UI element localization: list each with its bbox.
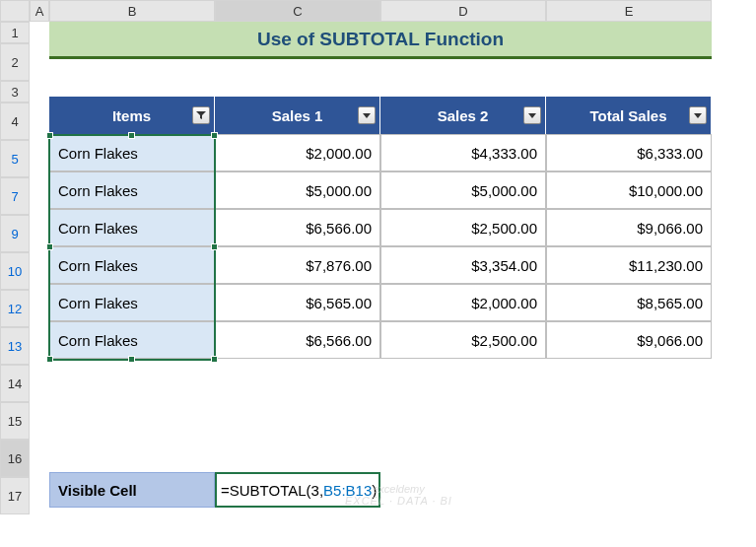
cell-item[interactable]: Corn Flakes [49, 171, 215, 209]
header-items[interactable]: Items [49, 97, 215, 134]
cell-total[interactable]: $10,000.00 [546, 171, 712, 209]
row-header-3[interactable]: 3 [0, 81, 30, 103]
cell-sales2[interactable]: $2,500.00 [380, 321, 546, 359]
header-total-label: Total Sales [589, 107, 666, 124]
col-header-b[interactable]: B [49, 0, 215, 22]
header-items-label: Items [112, 107, 151, 124]
row-header-16[interactable]: 16 [0, 440, 30, 477]
formula-text-post: ) [372, 482, 377, 499]
table-row: Corn Flakes$6,565.00$2,000.00$8,565.00 [49, 284, 712, 321]
header-sales1-label: Sales 1 [272, 107, 323, 124]
cell-sales1[interactable]: $7,876.00 [215, 246, 380, 284]
cell-sales1[interactable]: $5,000.00 [215, 171, 380, 209]
data-table: Items Sales 1 Sales 2 Total Sales [49, 97, 712, 359]
page-title: Use of SUBTOTAL Function [49, 22, 712, 59]
cell-total[interactable]: $6,333.00 [546, 134, 712, 171]
dropdown-icon[interactable] [523, 106, 541, 124]
cell-sales2[interactable]: $5,000.00 [380, 171, 546, 209]
formula-text-pre: =SUBTOTAL(3, [221, 482, 323, 499]
table-row: Corn Flakes$7,876.00$3,354.00$11,230.00 [49, 246, 712, 284]
formula-range-ref: B5:B13 [323, 482, 372, 499]
col-header-e[interactable]: E [546, 0, 712, 22]
row-header-13[interactable]: 13 [0, 327, 30, 365]
row-header-1[interactable]: 1 [0, 22, 30, 43]
table-header-row: Items Sales 1 Sales 2 Total Sales [49, 97, 712, 134]
cell-sales1[interactable]: $6,565.00 [215, 284, 380, 321]
row-header-17[interactable]: 17 [0, 477, 30, 514]
cell-total[interactable]: $8,565.00 [546, 284, 712, 321]
filter-icon[interactable] [192, 106, 210, 124]
row-header-9[interactable]: 9 [0, 215, 30, 252]
col-header-d[interactable]: D [380, 0, 546, 22]
row-header-10[interactable]: 10 [0, 252, 30, 290]
cell-sales1[interactable]: $6,566.00 [215, 321, 380, 359]
header-sales1[interactable]: Sales 1 [215, 97, 380, 134]
table-row: Corn Flakes$6,566.00$2,500.00$9,066.00 [49, 321, 712, 359]
header-sales2-label: Sales 2 [438, 107, 489, 124]
table-row: Corn Flakes$5,000.00$5,000.00$10,000.00 [49, 171, 712, 209]
cell-sales1[interactable]: $2,000.00 [215, 134, 380, 171]
cell-total[interactable]: $11,230.00 [546, 246, 712, 284]
cell-item[interactable]: Corn Flakes [49, 321, 215, 359]
formula-input-cell[interactable]: =SUBTOTAL(3,B5:B13) [215, 472, 380, 508]
table-row: Corn Flakes$6,566.00$2,500.00$9,066.00 [49, 209, 712, 246]
cell-total[interactable]: $9,066.00 [546, 321, 712, 359]
dropdown-icon[interactable] [689, 106, 707, 124]
row-header-7[interactable]: 7 [0, 177, 30, 215]
col-header-c[interactable]: C [215, 0, 380, 22]
visible-cell-row: Visible Cell =SUBTOTAL(3,B5:B13) [49, 472, 380, 508]
col-header-a[interactable]: A [30, 0, 49, 22]
cell-total[interactable]: $9,066.00 [546, 209, 712, 246]
row-header-2[interactable]: 2 [0, 43, 30, 81]
header-sales2[interactable]: Sales 2 [380, 97, 546, 134]
row-header-15[interactable]: 15 [0, 402, 30, 440]
cell-item[interactable]: Corn Flakes [49, 246, 215, 284]
row-header-5[interactable]: 5 [0, 140, 30, 177]
visible-cell-label: Visible Cell [49, 472, 215, 508]
table-row: Corn Flakes$2,000.00$4,333.00$6,333.00 [49, 134, 712, 171]
column-headers: A B C D E [0, 0, 712, 22]
cell-item[interactable]: Corn Flakes [49, 134, 215, 171]
cell-sales1[interactable]: $6,566.00 [215, 209, 380, 246]
header-total[interactable]: Total Sales [546, 97, 712, 134]
row-headers: 123457910121314151617 [0, 22, 30, 514]
cell-sales2[interactable]: $2,500.00 [380, 209, 546, 246]
cell-item[interactable]: Corn Flakes [49, 284, 215, 321]
cell-sales2[interactable]: $2,000.00 [380, 284, 546, 321]
row-header-4[interactable]: 4 [0, 103, 30, 140]
row-header-12[interactable]: 12 [0, 290, 30, 327]
select-all-corner[interactable] [0, 0, 30, 22]
cell-item[interactable]: Corn Flakes [49, 209, 215, 246]
cell-sales2[interactable]: $4,333.00 [380, 134, 546, 171]
row-header-14[interactable]: 14 [0, 365, 30, 402]
dropdown-icon[interactable] [358, 106, 376, 124]
cell-sales2[interactable]: $3,354.00 [380, 246, 546, 284]
